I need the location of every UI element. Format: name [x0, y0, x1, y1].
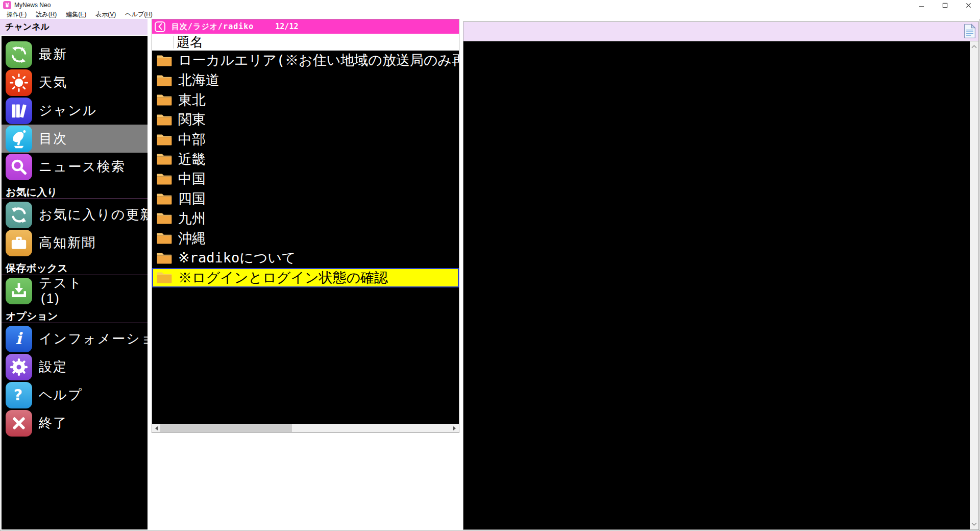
sidebar-item[interactable]: ジャンル — [2, 96, 148, 125]
breadcrumb: 目次/ラジオ/radiko — [172, 22, 254, 32]
list-row[interactable]: 北海道 — [152, 70, 459, 90]
sidebar-item[interactable]: 目次 — [2, 125, 148, 153]
list-row-label: ※ログインとログイン状態の確認 — [178, 269, 388, 287]
sidebar-item[interactable]: 天気 — [2, 68, 148, 96]
section-header: オプション — [2, 309, 148, 323]
channel-sidebar: チャンネル 最新天気ジャンル目次ニュース検索お気に入りお気に入りの更新高知新聞保… — [0, 19, 148, 529]
back-button[interactable] — [155, 21, 165, 32]
refresh-icon — [6, 202, 32, 228]
list-row[interactable]: 九州 — [152, 209, 459, 229]
sidebar-item[interactable]: テスト(1) — [2, 277, 148, 305]
list-panel: 目次/ラジオ/radiko 12/12 題名 ローカルエリア(※お住い地域の放送… — [152, 19, 459, 433]
content-panel — [463, 21, 979, 530]
list-row-label: 中部 — [178, 130, 206, 149]
sidebar-item[interactable]: iインフォメーション — [2, 325, 148, 353]
list-row[interactable]: 東北 — [152, 90, 459, 110]
sidebar-item[interactable]: 設定 — [2, 353, 148, 381]
scroll-left-arrow-icon[interactable] — [152, 424, 161, 432]
horizontal-scrollbar-thumb[interactable] — [160, 424, 292, 432]
list-row[interactable]: 四国 — [152, 189, 459, 209]
window-title: MyNews Neo — [14, 2, 51, 9]
books-icon — [6, 98, 32, 124]
scroll-right-arrow-icon[interactable] — [450, 424, 459, 432]
chevron-left-icon — [158, 23, 163, 30]
question-icon: ? — [6, 382, 32, 408]
menu-item-V[interactable]: 表示(V) — [91, 10, 120, 19]
list-row[interactable]: 沖縄 — [152, 228, 459, 248]
document-icon[interactable] — [963, 23, 976, 39]
scroll-up-arrow-icon[interactable] — [970, 42, 978, 51]
sidebar-header: チャンネル — [0, 19, 148, 35]
list-row[interactable]: ローカルエリア(※お住い地域の放送局のみ再生 — [152, 51, 459, 70]
list-row-label: 九州 — [178, 209, 206, 228]
stars-refresh-icon — [6, 41, 32, 68]
menu-item-E[interactable]: 編集(E) — [61, 10, 91, 19]
folder-icon — [156, 133, 172, 146]
sidebar-item-label: 目次 — [39, 131, 67, 146]
sidebar-item-label: 設定 — [39, 359, 67, 374]
list-row-label: 四国 — [178, 189, 206, 208]
list-row-label: ※radikoについて — [178, 249, 296, 267]
sidebar-item[interactable]: お気に入りの更新 — [2, 201, 148, 229]
sidebar-item-label: 終了 — [39, 416, 67, 430]
app-window: { "window": { "title": "MyNews Neo", "ap… — [0, 0, 980, 531]
sidebar-item-label: 高知新聞 — [39, 235, 96, 250]
sidebar-item-label: ニュース検索 — [39, 159, 126, 174]
page-count: 12/12 — [275, 22, 298, 31]
sidebar-item-label: 最新 — [39, 47, 67, 62]
list-row[interactable]: ※ログインとログイン状態の確認 — [152, 268, 459, 288]
list-row[interactable]: ※radikoについて — [152, 248, 459, 268]
sidebar-item-label: テスト(1) — [39, 277, 83, 305]
list-row[interactable]: 中国 — [152, 169, 459, 189]
sidebar-item[interactable]: 終了 — [2, 409, 148, 437]
list-row[interactable]: 関東 — [152, 110, 459, 130]
list-row-label: 東北 — [178, 91, 206, 109]
sidebar-item-label: インフォメーション — [39, 331, 148, 346]
sidebar-item-label: ヘルプ — [39, 388, 83, 402]
info-icon: i — [6, 326, 32, 352]
folder-list: ローカルエリア(※お住い地域の放送局のみ再生北海道東北関東中部近畿中国四国九州沖… — [152, 51, 459, 424]
scroll-down-arrow-icon[interactable] — [970, 520, 978, 528]
folder-icon — [156, 232, 172, 245]
list-row[interactable]: 中部 — [152, 130, 459, 150]
folder-icon — [156, 74, 172, 87]
app-logo-icon — [3, 1, 11, 9]
list-row-label: 北海道 — [178, 71, 219, 89]
list-row-label: 沖縄 — [178, 229, 206, 248]
list-row[interactable]: 近畿 — [152, 149, 459, 169]
sidebar-item-label: お気に入りの更新 — [39, 207, 148, 222]
menu-item-F[interactable]: 操作(F) — [2, 10, 31, 19]
sidebar-item-label: 天気 — [39, 75, 67, 90]
download-tray-icon — [6, 278, 32, 304]
sidebar-item[interactable]: 高知新聞 — [2, 229, 148, 257]
vertical-scrollbar[interactable] — [970, 41, 978, 529]
folder-icon — [156, 54, 172, 67]
title-bar: MyNews Neo — [0, 0, 980, 10]
folder-icon — [156, 153, 172, 165]
svg-text:i: i — [15, 329, 23, 348]
column-header[interactable]: 題名 — [152, 34, 459, 51]
maximize-button[interactable] — [933, 0, 957, 10]
sidebar-item-label: ジャンル — [39, 103, 97, 118]
folder-icon — [156, 212, 172, 225]
sidebar-item[interactable]: ?ヘルプ — [2, 381, 148, 409]
column-header-title: 題名 — [177, 33, 203, 51]
list-row-label: 近畿 — [178, 150, 206, 168]
menu-item-R[interactable]: 読み(R) — [31, 10, 61, 19]
folder-icon — [156, 252, 172, 264]
briefcase-icon — [6, 230, 32, 256]
minimize-button[interactable] — [910, 0, 933, 10]
folder-icon — [156, 173, 172, 185]
horizontal-scrollbar[interactable] — [152, 424, 459, 432]
menu-item-H[interactable]: ヘルプ(H) — [120, 10, 157, 19]
content-panel-header — [463, 22, 978, 41]
list-panel-header: 目次/ラジオ/radiko 12/12 — [152, 19, 459, 34]
menu-bar: 操作(F)読み(R)編集(E)表示(V)ヘルプ(H) — [0, 10, 980, 19]
sidebar-item[interactable]: ニュース検索 — [2, 153, 148, 181]
sidebar-body: 最新天気ジャンル目次ニュース検索お気に入りお気に入りの更新高知新聞保存ボックステ… — [0, 35, 148, 529]
folder-icon — [156, 93, 172, 106]
close-button[interactable] — [957, 0, 980, 10]
svg-text:?: ? — [14, 386, 24, 404]
folder-icon — [156, 113, 172, 126]
sidebar-item[interactable]: 最新 — [2, 40, 148, 68]
